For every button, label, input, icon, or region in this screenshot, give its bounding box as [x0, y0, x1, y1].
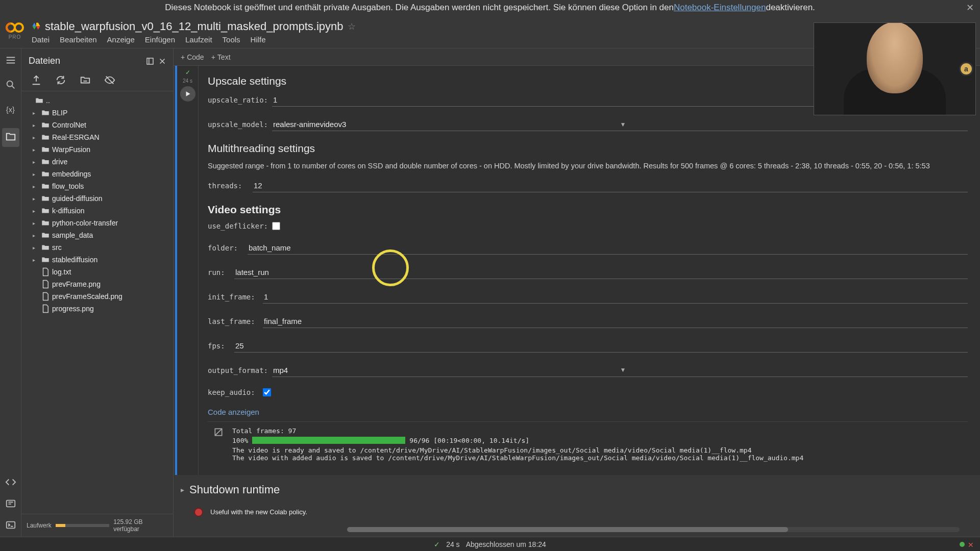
upload-icon[interactable] — [31, 74, 42, 86]
output-progress-text: 96/96 [00:19<00:00, 10.14it/s] — [409, 437, 529, 444]
tree-file[interactable]: progress.png — [24, 303, 170, 315]
sidebar-title: Dateien — [29, 56, 145, 66]
keep-audio-label: keep_audio: — [208, 388, 259, 396]
menu-anzeige[interactable]: Anzeige — [107, 35, 135, 44]
notebook-title[interactable]: stable_warpfusion_v0_16_12_multi_masked_… — [45, 20, 344, 33]
menu-hilfe[interactable]: Hilfe — [251, 35, 266, 44]
add-code-button[interactable]: + Code — [181, 53, 204, 61]
menu-tools[interactable]: Tools — [223, 35, 240, 44]
keep-audio-checkbox[interactable] — [263, 388, 271, 396]
run-input[interactable] — [234, 266, 968, 279]
webcam-badge: a — [959, 62, 973, 76]
init-frame-input[interactable] — [263, 290, 968, 304]
command-palette-icon[interactable] — [5, 498, 16, 509]
horizontal-scrollbar[interactable] — [347, 527, 960, 532]
show-code-link[interactable]: Code anzeigen — [208, 408, 968, 416]
tree-folder[interactable]: ▸WarpFusion — [24, 143, 170, 156]
run-cell-button[interactable] — [180, 86, 195, 102]
output-line: The video is ready and saved to /content… — [232, 446, 965, 454]
menu-einfuegen[interactable]: Einfügen — [145, 35, 175, 44]
disk-usage: Laufwerk 125.92 GB verfügbar — [21, 514, 173, 537]
search-icon[interactable] — [5, 79, 16, 90]
upscale-ratio-label: upscale_ratio: — [208, 96, 268, 104]
webcam-overlay: a — [814, 22, 976, 115]
tree-folder[interactable]: ▸python-color-transfer — [24, 217, 170, 229]
tree-folder[interactable]: ▸ControlNet — [24, 119, 170, 131]
threads-label: threads: — [208, 182, 249, 190]
folder-input[interactable] — [248, 241, 968, 255]
mount-drive-icon[interactable] — [80, 74, 91, 86]
record-icon[interactable] — [194, 508, 203, 517]
cell-output: Total frames: 97 100% 96/96 [00:19<00:00… — [208, 421, 968, 467]
refresh-icon[interactable] — [55, 74, 66, 86]
colab-logo[interactable]: PRO — [4, 21, 26, 42]
close-session-icon[interactable]: ✕ — [968, 541, 975, 548]
svg-point-1 — [15, 23, 23, 32]
menu-laufzeit[interactable]: Laufzeit — [185, 35, 212, 44]
disk-label: Laufwerk — [27, 522, 52, 529]
check-icon: ✓ — [185, 69, 190, 76]
menu-bearbeiten[interactable]: Bearbeiten — [60, 35, 97, 44]
progress-bar — [252, 437, 405, 444]
menu-datei[interactable]: Datei — [32, 35, 50, 44]
pro-badge: PRO — [9, 34, 21, 40]
tree-file[interactable]: prevFrameScaled.png — [24, 290, 170, 303]
svg-text:{x}: {x} — [6, 106, 14, 114]
tree-folder[interactable]: ▸stablediffusion — [24, 254, 170, 266]
tree-folder[interactable]: ▸Real-ESRGAN — [24, 131, 170, 143]
output-format-select[interactable]: mp4▼ — [272, 364, 968, 377]
exec-time: 24 s — [183, 78, 192, 84]
output-pct: 100% — [232, 437, 248, 444]
tree-folder[interactable]: ▸BLIP — [24, 107, 170, 119]
svg-rect-6 — [147, 58, 153, 64]
tree-folder[interactable]: ▸k-diffusion — [24, 205, 170, 217]
chevron-down-icon: ▼ — [620, 366, 967, 373]
threads-input[interactable] — [253, 179, 968, 192]
tree-folder[interactable]: ▸drive — [24, 156, 170, 168]
fps-label: fps: — [208, 342, 230, 350]
upscale-model-label: upscale_model: — [208, 120, 268, 129]
tree-folder[interactable]: ▸sample_data — [24, 229, 170, 241]
tree-folder[interactable]: ▸flow_tools — [24, 180, 170, 192]
shutdown-title: Shutdown runtime — [189, 483, 280, 496]
tree-parent[interactable]: .. — [24, 94, 170, 107]
new-window-icon[interactable] — [145, 57, 155, 66]
files-sidebar: Dateien .. ▸BLIP ▸ControlNet ▸Real-ESRGA… — [21, 48, 174, 537]
menu-icon[interactable] — [5, 55, 16, 66]
tree-folder[interactable]: ▸guided-diffusion — [24, 192, 170, 205]
output-total-frames: Total frames: 97 — [232, 427, 965, 435]
tree-folder[interactable]: ▸src — [24, 241, 170, 254]
tree-folder[interactable]: ▸embeddings — [24, 168, 170, 180]
use-deflicker-label: use_deflicker: — [208, 222, 268, 230]
chevron-right-icon: ▸ — [181, 486, 184, 494]
file-tree[interactable]: .. ▸BLIP ▸ControlNet ▸Real-ESRGAN ▸WarpF… — [21, 91, 173, 514]
init-frame-label: init_frame: — [208, 293, 259, 301]
svg-rect-5 — [6, 522, 15, 529]
terminal-icon[interactable] — [5, 519, 16, 531]
output-toggle-icon[interactable] — [213, 427, 224, 437]
shutdown-cell: Useful with the new Colab policy. — [174, 505, 980, 527]
code-snippets-icon[interactable] — [5, 477, 16, 488]
add-text-button[interactable]: + Text — [211, 53, 231, 61]
output-line: The video with added audio is saved to /… — [232, 454, 965, 462]
last-frame-input[interactable] — [263, 315, 968, 328]
tree-file[interactable]: log.txt — [24, 266, 170, 278]
chevron-down-icon: ▼ — [620, 121, 967, 128]
use-deflicker-checkbox[interactable] — [272, 222, 280, 230]
form-cell: ✓ 24 s Upscale settings upscale_ratio: u… — [175, 66, 980, 475]
variables-icon[interactable]: {x} — [5, 104, 16, 115]
fps-input[interactable] — [234, 339, 968, 353]
folder-label: folder: — [208, 244, 243, 252]
hide-icon[interactable] — [104, 74, 115, 86]
connection-indicator[interactable] — [960, 542, 965, 547]
main-area: + Code + Text ˄ ⋮ ✓ 24 s Upscale setting… — [174, 48, 980, 537]
tree-file[interactable]: prevFrame.png — [24, 278, 170, 290]
star-icon[interactable]: ☆ — [348, 21, 356, 32]
private-outputs-banner: Dieses Notebook ist geöffnet und enthält… — [0, 0, 980, 15]
shutdown-section[interactable]: ▸ Shutdown runtime — [174, 475, 980, 505]
close-sidebar-icon[interactable] — [158, 57, 167, 66]
notebook-settings-link[interactable]: Notebook-Einstellungen — [674, 3, 766, 13]
upscale-model-select[interactable]: realesr-animevideov3▼ — [272, 118, 968, 131]
files-icon[interactable] — [2, 128, 19, 147]
close-icon[interactable]: ✕ — [966, 2, 974, 13]
